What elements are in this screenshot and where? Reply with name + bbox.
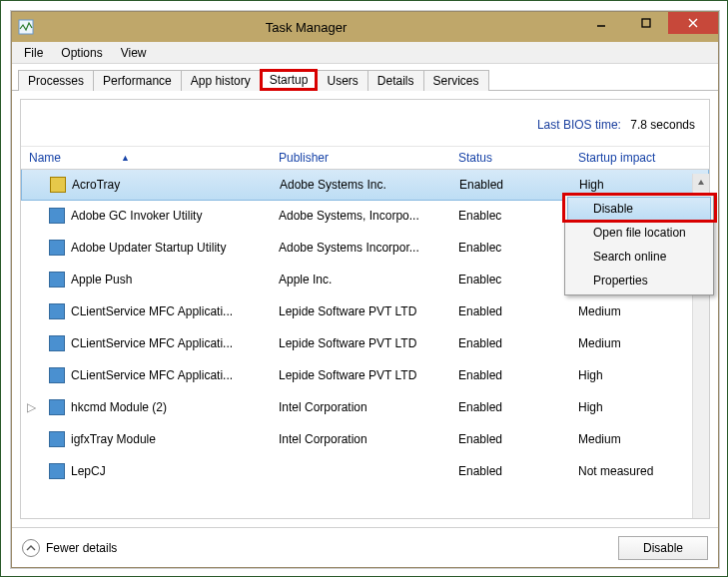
window-title: Task Manager [34, 20, 578, 35]
tab-startup[interactable]: Startup [260, 69, 319, 91]
maximize-button[interactable] [623, 12, 668, 34]
row-publisher: Lepide Software PVT LTD [271, 336, 450, 350]
row-name: Adobe Updater Startup Utility [71, 241, 226, 255]
ctx-search-online[interactable]: Search online [567, 245, 711, 269]
row-status: Enablec [450, 273, 570, 287]
row-name: LepCJ [71, 464, 106, 478]
row-impact: Medium [570, 432, 709, 446]
row-impact: Medium [570, 304, 709, 318]
expand-icon[interactable]: ▷ [21, 400, 41, 414]
tab-processes[interactable]: Processes [18, 70, 94, 91]
app-icon [18, 19, 34, 35]
menubar: File Options View [12, 42, 718, 64]
row-status: Enabled [450, 464, 570, 478]
row-publisher: Adobe Systems Incorpor... [271, 241, 450, 255]
tab-content: Last BIOS time: 7.8 seconds Name ▲ Publi… [20, 99, 710, 519]
row-name: Apple Push [71, 273, 132, 287]
tabstrip: Processes Performance App history Startu… [12, 64, 718, 91]
row-publisher: Adobe Systems Inc. [272, 178, 451, 192]
row-status: Enabled [450, 400, 570, 414]
row-status: Enabled [450, 432, 570, 446]
sort-asc-icon: ▲ [121, 153, 130, 163]
menu-view[interactable]: View [113, 44, 155, 62]
bios-label: Last BIOS time: [537, 118, 621, 132]
row-impact: High [571, 178, 708, 192]
column-headers: Name ▲ Publisher Status Startup impact [21, 146, 709, 170]
row-status: Enabled [450, 368, 570, 382]
row-name: CLientService MFC Applicati... [71, 336, 233, 350]
app-item-icon [49, 431, 65, 447]
row-name: hkcmd Module (2) [71, 400, 167, 414]
table-row[interactable]: CLientService MFC Applicati...Lepide Sof… [21, 295, 709, 327]
app-item-icon [49, 272, 65, 288]
row-publisher: Intel Corporation [271, 400, 450, 414]
row-publisher: Intel Corporation [271, 432, 450, 446]
app-item-icon [49, 240, 65, 256]
table-row[interactable]: LepCJEnabledNot measured [21, 455, 709, 487]
table-row[interactable]: CLientService MFC Applicati...Lepide Sof… [21, 359, 709, 391]
tab-performance[interactable]: Performance [93, 70, 182, 91]
col-name-label: Name [29, 151, 61, 165]
row-name: igfxTray Module [71, 432, 156, 446]
footer: Fewer details Disable [12, 527, 718, 567]
col-status[interactable]: Status [450, 147, 570, 169]
titlebar: Task Manager [12, 12, 718, 42]
row-name: CLientService MFC Applicati... [71, 368, 233, 382]
app-item-icon [49, 399, 65, 415]
row-status: Enabled [450, 304, 570, 318]
ctx-disable[interactable]: Disable [567, 197, 711, 221]
table-row[interactable]: CLientService MFC Applicati...Lepide Sof… [21, 327, 709, 359]
tab-app-history[interactable]: App history [181, 70, 261, 91]
svg-marker-5 [698, 180, 704, 185]
table-row[interactable]: igfxTray ModuleIntel CorporationEnabledM… [21, 423, 709, 455]
warning-icon [50, 177, 66, 193]
app-item-icon [49, 367, 65, 383]
row-status: Enabled [450, 336, 570, 350]
tab-services[interactable]: Services [423, 70, 489, 91]
row-status: Enablec [450, 241, 570, 255]
chevron-up-icon [22, 539, 40, 557]
svg-rect-2 [642, 19, 650, 27]
app-item-icon [49, 208, 65, 224]
row-name: AcroTray [72, 178, 120, 192]
col-name[interactable]: Name ▲ [21, 147, 271, 169]
fewer-details-button[interactable]: Fewer details [22, 539, 117, 557]
tab-users[interactable]: Users [317, 70, 367, 91]
disable-button[interactable]: Disable [618, 536, 708, 560]
row-publisher: Lepide Software PVT LTD [271, 304, 450, 318]
menu-options[interactable]: Options [53, 44, 110, 62]
menu-file[interactable]: File [16, 44, 51, 62]
row-status: Enablec [450, 209, 570, 223]
app-item-icon [49, 303, 65, 319]
row-publisher: Adobe Systems, Incorpo... [271, 209, 450, 223]
ctx-open-file-location[interactable]: Open file location [567, 221, 711, 245]
bios-value: 7.8 seconds [630, 118, 695, 132]
ctx-properties[interactable]: Properties [567, 269, 711, 292]
table-row[interactable]: ▷hkcmd Module (2)Intel CorporationEnable… [21, 391, 709, 423]
row-publisher: Lepide Software PVT LTD [271, 368, 450, 382]
row-name: Adobe GC Invoker Utility [71, 209, 202, 223]
row-impact: Medium [570, 336, 709, 350]
fewer-details-label: Fewer details [46, 541, 117, 555]
row-publisher: Apple Inc. [271, 273, 450, 287]
context-menu: Disable Open file location Search online… [564, 194, 714, 295]
row-impact: High [570, 400, 709, 414]
row-impact: High [570, 368, 709, 382]
row-impact: Not measured [570, 464, 709, 478]
col-impact[interactable]: Startup impact [570, 147, 709, 169]
minimize-button[interactable] [578, 12, 623, 34]
col-publisher[interactable]: Publisher [271, 147, 450, 169]
scroll-up-icon[interactable] [693, 174, 709, 191]
close-button[interactable] [668, 12, 718, 34]
app-item-icon [49, 463, 65, 479]
bios-time: Last BIOS time: 7.8 seconds [21, 100, 709, 146]
row-name: CLientService MFC Applicati... [71, 304, 233, 318]
tab-details[interactable]: Details [367, 70, 424, 91]
app-item-icon [49, 335, 65, 351]
row-status: Enabled [451, 178, 571, 192]
